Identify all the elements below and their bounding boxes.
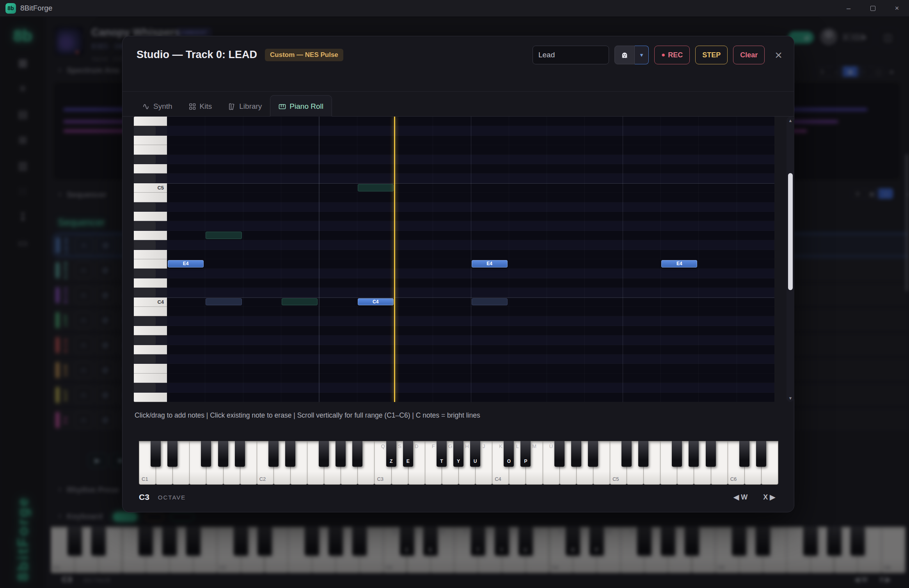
piano-key-C#3[interactable]: Z	[386, 441, 396, 467]
roll-key-G#4[interactable]	[134, 221, 167, 230]
note-E4-step-13[interactable]: E4	[661, 260, 697, 267]
tab-piano-roll[interactable]: Piano Roll	[270, 95, 332, 117]
instrument-dropdown-button[interactable]: ▾	[635, 46, 649, 64]
roll-key-G3[interactable]	[134, 345, 167, 354]
scroll-down-icon[interactable]: ▼	[786, 396, 794, 400]
roll-key-E3[interactable]	[134, 374, 167, 383]
modal-tabs: SynthKitsLibraryPiano Roll	[123, 86, 794, 117]
black-key-cap	[134, 174, 156, 182]
roll-key-G5[interactable]	[134, 117, 167, 126]
close-modal-button[interactable]: ×	[775, 49, 782, 61]
waveform-icon	[142, 103, 150, 110]
piano-key-C#6[interactable]	[739, 441, 749, 467]
key-shortcut-label: P	[520, 459, 531, 464]
piano-key-G#3[interactable]: Y	[453, 441, 463, 467]
piano-key-A#3[interactable]: U	[470, 441, 480, 467]
piano-key-C#5[interactable]	[621, 441, 632, 467]
piano-key-D#4[interactable]: P	[520, 441, 531, 467]
track-name-input[interactable]	[533, 46, 609, 64]
chevron-down-icon: ▾	[640, 51, 643, 58]
piano-key-C#4[interactable]: O	[504, 441, 514, 467]
note-C4-step-8[interactable]	[472, 298, 508, 306]
piano-key-A#1[interactable]	[235, 441, 245, 467]
roll-key-E5[interactable]	[134, 145, 167, 154]
roll-key-B3[interactable]	[134, 307, 167, 316]
piano-key-F#5[interactable]	[672, 441, 682, 467]
note-C4-step-3[interactable]	[282, 298, 318, 306]
note-E4-step-0[interactable]: E4	[168, 260, 204, 267]
step-button[interactable]: STEP	[695, 46, 728, 64]
measure-line	[319, 117, 320, 402]
tab-synth[interactable]: Synth	[134, 97, 181, 116]
maximize-button[interactable]	[861, 0, 885, 16]
piano-key-D#2[interactable]	[285, 441, 295, 467]
piano-key-D#5[interactable]	[638, 441, 648, 467]
roll-key-D#4[interactable]	[134, 269, 167, 278]
black-key-cap	[134, 383, 156, 392]
scrollbar-thumb[interactable]	[788, 173, 793, 290]
roll-key-B4[interactable]	[134, 193, 167, 202]
piano-key-A#4[interactable]	[588, 441, 598, 467]
roll-key-D3[interactable]	[134, 393, 167, 402]
octave-up-button[interactable]: X ▶	[763, 493, 775, 501]
roll-key-C5[interactable]: C5	[134, 183, 167, 193]
roll-key-D#5[interactable]	[134, 155, 167, 164]
piano-key-D#1[interactable]	[167, 441, 178, 467]
roll-key-A3[interactable]	[134, 326, 167, 335]
piano-roll-scrollbar[interactable]: ▲ ▼	[786, 117, 794, 402]
step-line	[243, 117, 243, 402]
note-G4-step-1[interactable]	[206, 232, 241, 239]
black-key-cap	[134, 269, 156, 278]
piano-key-C#2[interactable]	[268, 441, 279, 467]
roll-key-F5[interactable]	[134, 136, 167, 145]
tab-kits[interactable]: Kits	[181, 97, 220, 116]
piano-key-F#3[interactable]: T	[437, 441, 447, 467]
note-C4-step-5[interactable]: C4	[358, 298, 394, 306]
piano-roll-grid[interactable]: E4C4E4E4	[167, 117, 774, 402]
app-logo: 8b	[5, 3, 16, 14]
roll-key-A#3[interactable]	[134, 316, 167, 326]
piano-key-G#4[interactable]	[571, 441, 581, 467]
piano-key-G#2[interactable]	[336, 441, 346, 467]
step-line	[205, 117, 205, 402]
roll-key-F4[interactable]	[134, 250, 167, 259]
roll-key-F#5[interactable]	[134, 126, 167, 135]
note-E4-step-8[interactable]: E4	[472, 260, 508, 267]
minimize-button[interactable]: –	[836, 0, 861, 16]
octave-down-button[interactable]: ◀ W	[733, 493, 747, 501]
rec-button[interactable]: ● REC	[654, 46, 690, 64]
roll-key-A#4[interactable]	[134, 202, 167, 212]
piano-key-G#5[interactable]	[689, 441, 699, 467]
roll-key-F#4[interactable]	[134, 240, 167, 250]
roll-key-G4[interactable]	[134, 231, 167, 240]
roll-key-D5[interactable]	[134, 164, 167, 174]
tab-library[interactable]: Library	[220, 97, 270, 116]
roll-key-C4[interactable]: C4	[134, 298, 167, 307]
piano-key-F#2[interactable]	[319, 441, 329, 467]
scroll-up-icon[interactable]: ▲	[786, 118, 794, 123]
note-C4-step-1[interactable]	[206, 298, 241, 306]
roll-key-D4[interactable]	[134, 278, 167, 288]
note-C5-step-5[interactable]	[358, 184, 394, 191]
piano-icon	[279, 103, 286, 110]
roll-key-A4[interactable]	[134, 212, 167, 221]
roll-key-F3[interactable]	[134, 364, 167, 373]
piano-key-D#3[interactable]: E	[403, 441, 413, 467]
roll-key-C#4[interactable]	[134, 288, 167, 297]
piano-key-D#6[interactable]	[756, 441, 766, 467]
roll-key-F#3[interactable]	[134, 354, 167, 364]
piano-key-G#1[interactable]	[218, 441, 228, 467]
roll-key-D#3[interactable]	[134, 383, 167, 392]
ghost-icon-button[interactable]	[614, 46, 635, 64]
piano-key-F#1[interactable]	[201, 441, 211, 467]
clear-button[interactable]: Clear	[733, 46, 765, 64]
roll-key-E4[interactable]	[134, 259, 167, 269]
piano-key-F#4[interactable]	[554, 441, 565, 467]
black-key-cap	[134, 221, 156, 230]
piano-key-A#2[interactable]	[352, 441, 362, 467]
close-window-button[interactable]: ×	[885, 0, 909, 16]
roll-key-G#3[interactable]	[134, 335, 167, 345]
piano-key-A#5[interactable]	[706, 441, 716, 467]
piano-key-C#1[interactable]	[151, 441, 161, 467]
roll-key-C#5[interactable]	[134, 174, 167, 183]
